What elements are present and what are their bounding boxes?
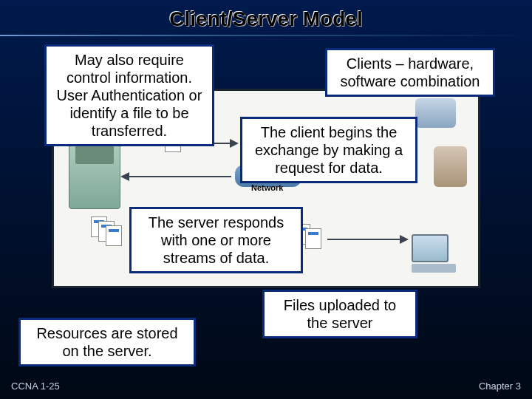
pc-client-icon [412,234,456,275]
footer-slide-number: CCNA 1-25 [11,381,60,392]
callout-server-responds: The server responds with one or more str… [129,207,303,273]
phone-client-icon [415,98,456,128]
accent-bar [0,35,532,36]
slide-title: Client/Server Model [0,7,532,31]
footer-chapter: Chapter 3 [479,381,521,392]
callout-resources-stored: Resources are stored on the server. [18,318,196,366]
callout-clients-hw-sw: Clients – hardware, software combination [325,48,495,97]
arrow-from-server-icon [128,176,231,177]
callout-files-uploaded: Files uploaded to the server [262,290,417,338]
callout-control-info: May also require control information. Us… [44,44,214,146]
callout-client-begins: The client begins the exchange by making… [240,117,417,183]
pda-client-icon [434,146,467,187]
network-label: Network [251,183,283,192]
arrow-to-pc-icon [327,239,401,240]
server-files-icon [91,216,120,246]
